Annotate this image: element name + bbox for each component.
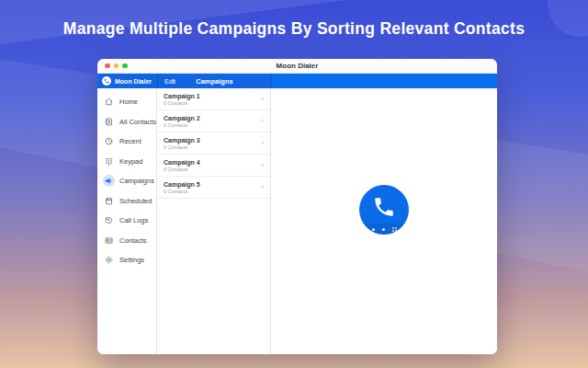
main-panel	[271, 88, 497, 354]
sidebar-item-all-contacts[interactable]: All Contacts	[97, 112, 156, 132]
window-title: Moon Dialer	[97, 62, 497, 70]
sidebar-item-contacts[interactable]: Contacts	[97, 231, 156, 251]
background: Manage Multiple Campaigns By Sorting Rel…	[0, 0, 588, 368]
sidebar-item-recent[interactable]: Recent	[97, 132, 156, 152]
main-toolbar	[271, 74, 497, 88]
sidebar-item-keypad[interactable]: Keypad	[97, 152, 156, 172]
campaign-row-2[interactable]: Campaign 2 0 Contacts ›	[157, 110, 270, 132]
sidebar-item-label: Campaigns	[119, 177, 154, 185]
campaign-name: Campaign 5	[164, 181, 200, 188]
phone-icon	[102, 76, 111, 86]
contact-card-icon	[103, 235, 115, 247]
carousel-dots	[359, 224, 409, 235]
campaign-contact-count: 0 Contacts	[164, 122, 200, 128]
sidebar-item-label: Recent	[119, 137, 141, 145]
sidebar-item-campaigns[interactable]: Campaigns	[97, 171, 156, 191]
page-title: Manage Multiple Campaigns By Sorting Rel…	[0, 19, 588, 39]
sidebar-item-label: Scheduled	[119, 197, 152, 205]
list-toolbar: Edit Campaigns	[157, 74, 271, 88]
campaign-name: Campaign 1	[164, 93, 200, 99]
campaign-name: Campaign 2	[164, 115, 200, 121]
sidebar-item-home[interactable]: Home	[97, 92, 156, 112]
chevron-right-icon: ›	[261, 161, 264, 169]
campaign-list: Campaign 1 0 Contacts › Campaign 2 0 Con…	[157, 88, 271, 354]
sidebar-item-label: Home	[119, 98, 138, 106]
clock-icon	[103, 135, 115, 147]
sidebar-item-call-logs[interactable]: Call Logs	[97, 211, 156, 231]
mini-keypad-icon	[392, 227, 397, 232]
window-titlebar: Moon Dialer	[97, 59, 497, 74]
traffic-lights	[105, 59, 128, 73]
calendar-icon	[103, 195, 115, 207]
megaphone-icon	[103, 175, 115, 187]
edit-button[interactable]: Edit	[164, 78, 175, 85]
campaign-row-3[interactable]: Campaign 3 0 Contacts ›	[157, 132, 270, 155]
campaign-contact-count: 0 Contacts	[164, 144, 200, 150]
chevron-right-icon: ›	[261, 139, 264, 147]
gear-icon	[103, 254, 115, 266]
sidebar-item-label: Keypad	[119, 157, 142, 166]
chevron-right-icon: ›	[261, 117, 264, 125]
app-window: Moon Dialer Moon Dialer Edit Campaigns	[97, 59, 497, 354]
sidebar-item-label: Call Logs	[119, 216, 148, 224]
sidebar-item-settings[interactable]: Settings	[97, 250, 156, 270]
campaign-row-4[interactable]: Campaign 4 0 Contacts ›	[157, 155, 270, 177]
dot-icon	[382, 228, 385, 231]
chevron-right-icon: ›	[261, 95, 264, 103]
sidebar-item-scheduled[interactable]: Scheduled	[97, 191, 156, 212]
home-icon	[103, 96, 115, 108]
campaigns-header: Campaigns	[196, 77, 232, 86]
dot-icon	[372, 228, 375, 231]
empty-state-illustration	[359, 185, 409, 235]
campaign-name: Campaign 4	[164, 159, 200, 166]
zoom-button[interactable]	[122, 63, 128, 69]
sidebar: Home All Contacts Recent	[97, 88, 157, 354]
close-button[interactable]	[105, 63, 110, 69]
brand-name: Moon Dialer	[115, 78, 152, 85]
brand-area: Moon Dialer	[97, 74, 157, 88]
campaign-contact-count: 0 Contacts	[164, 189, 200, 194]
sidebar-item-label: Contacts	[119, 236, 147, 245]
campaign-row-1[interactable]: Campaign 1 0 Contacts ›	[157, 88, 270, 110]
campaign-row-5[interactable]: Campaign 5 0 Contacts ›	[157, 177, 270, 199]
campaign-contact-count: 0 Contacts	[164, 100, 200, 106]
history-icon	[103, 214, 115, 226]
keypad-icon	[103, 155, 115, 167]
campaign-contact-count: 0 Contacts	[164, 167, 200, 172]
campaign-name: Campaign 3	[164, 137, 200, 144]
contacts-book-icon	[103, 116, 115, 128]
minimize-button[interactable]	[114, 63, 119, 69]
app-toolbar: Moon Dialer Edit Campaigns	[97, 74, 497, 88]
phone-icon	[372, 195, 396, 219]
sidebar-item-label: All Contacts	[119, 118, 156, 126]
window-content: Home All Contacts Recent	[97, 88, 497, 354]
sidebar-item-label: Settings	[119, 256, 144, 264]
chevron-right-icon: ›	[261, 183, 264, 191]
